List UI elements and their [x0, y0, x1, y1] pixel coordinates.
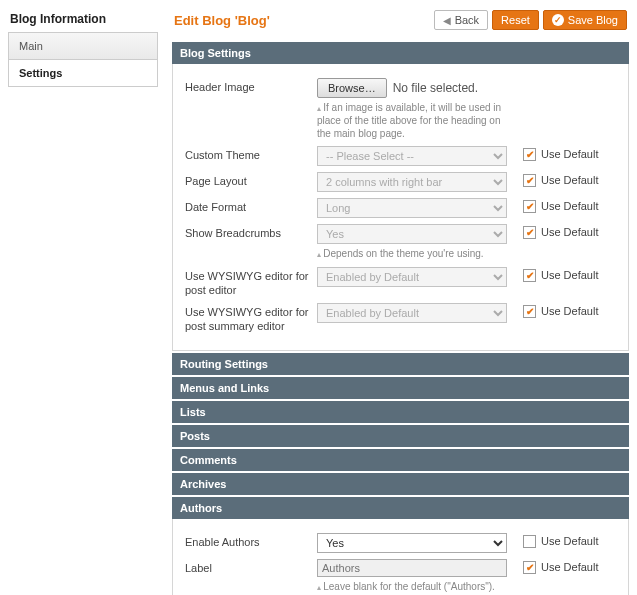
- checkbox-use-default-ea[interactable]: [523, 535, 536, 548]
- use-default-label: Use Default: [541, 305, 598, 317]
- checkbox-use-default-bc[interactable]: [523, 226, 536, 239]
- input-authors-label[interactable]: [317, 559, 507, 577]
- checkbox-use-default-al[interactable]: [523, 561, 536, 574]
- select-page-layout[interactable]: 2 columns with right bar: [317, 172, 507, 192]
- section-routing[interactable]: Routing Settings: [172, 353, 629, 375]
- use-default-label: Use Default: [541, 174, 598, 186]
- checkbox-use-default-theme[interactable]: [523, 148, 536, 161]
- hint-header-image: If an image is available, it will be use…: [317, 101, 507, 140]
- tab-main[interactable]: Main: [9, 33, 157, 59]
- use-default-label: Use Default: [541, 269, 598, 281]
- section-comments[interactable]: Comments: [172, 449, 629, 471]
- use-default-label: Use Default: [541, 561, 598, 573]
- select-enable-authors[interactable]: Yes: [317, 533, 507, 553]
- checkbox-use-default-ws[interactable]: [523, 305, 536, 318]
- hint-authors-label: Leave blank for the default ("Authors").…: [317, 580, 507, 595]
- label-header-image: Header Image: [185, 78, 317, 140]
- back-label: Back: [455, 14, 479, 26]
- sidebar-title: Blog Information: [10, 12, 158, 26]
- section-authors[interactable]: Authors: [172, 497, 629, 519]
- label-authors-label: Label: [185, 559, 317, 595]
- check-icon: ✓: [552, 14, 564, 26]
- use-default-label: Use Default: [541, 200, 598, 212]
- browse-button[interactable]: Browse…: [317, 78, 387, 98]
- save-button[interactable]: ✓ Save Blog: [543, 10, 627, 30]
- select-breadcrumbs[interactable]: Yes: [317, 224, 507, 244]
- select-wysiwyg-post[interactable]: Enabled by Default: [317, 267, 507, 287]
- use-default-label: Use Default: [541, 535, 598, 547]
- label-page-layout: Page Layout: [185, 172, 317, 192]
- back-icon: ◀: [443, 15, 451, 26]
- hint-breadcrumbs: Depends on the theme you're using.: [317, 247, 507, 260]
- use-default-label: Use Default: [541, 148, 598, 160]
- select-date-format[interactable]: Long: [317, 198, 507, 218]
- sidebar-tabs: Main Settings: [8, 32, 158, 87]
- label-breadcrumbs: Show Breadcrumbs: [185, 224, 317, 260]
- tab-settings[interactable]: Settings: [9, 59, 157, 86]
- label-enable-authors: Enable Authors: [185, 533, 317, 553]
- save-label: Save Blog: [568, 14, 618, 26]
- back-button[interactable]: ◀ Back: [434, 10, 488, 30]
- select-custom-theme[interactable]: -- Please Select --: [317, 146, 507, 166]
- page-title: Edit Blog 'Blog': [172, 13, 270, 28]
- checkbox-use-default-wp[interactable]: [523, 269, 536, 282]
- file-status: No file selected.: [393, 81, 478, 95]
- section-menus[interactable]: Menus and Links: [172, 377, 629, 399]
- select-wysiwyg-summary[interactable]: Enabled by Default: [317, 303, 507, 323]
- section-archives[interactable]: Archives: [172, 473, 629, 495]
- label-wysiwyg-post: Use WYSIWYG editor for post editor: [185, 267, 317, 298]
- use-default-label: Use Default: [541, 226, 598, 238]
- label-wysiwyg-summary: Use WYSIWYG editor for post summary edit…: [185, 303, 317, 334]
- section-posts[interactable]: Posts: [172, 425, 629, 447]
- label-date-format: Date Format: [185, 198, 317, 218]
- checkbox-use-default-layout[interactable]: [523, 174, 536, 187]
- label-custom-theme: Custom Theme: [185, 146, 317, 166]
- checkbox-use-default-date[interactable]: [523, 200, 536, 213]
- reset-button[interactable]: Reset: [492, 10, 539, 30]
- section-lists[interactable]: Lists: [172, 401, 629, 423]
- section-blog-settings[interactable]: Blog Settings: [172, 42, 629, 64]
